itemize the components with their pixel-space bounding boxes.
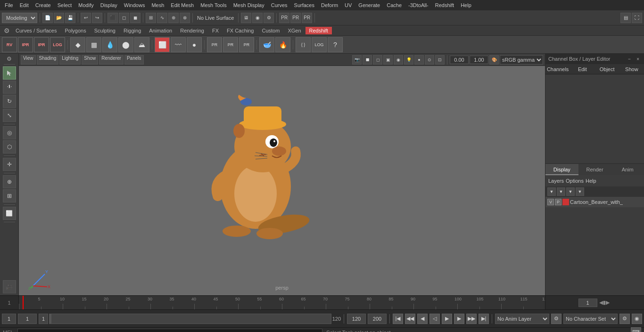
shelf-icon-wave[interactable]: 〰 — [171, 37, 186, 52]
shelf-tab-custom[interactable]: Custom — [258, 27, 284, 34]
menu-mesh-tools[interactable]: Mesh Tools — [198, 1, 229, 9]
menu-edit[interactable]: Edit — [17, 1, 32, 9]
ao-btn[interactable]: ⊙ — [425, 55, 434, 65]
shelf-icon-circle[interactable]: ● — [187, 37, 202, 52]
go-end-btn[interactable]: ▶| — [479, 314, 489, 324]
viewport[interactable]: View Shading Lighting Show Renderer Pane… — [19, 54, 545, 295]
lasso-select-btn[interactable]: ◻ — [119, 13, 129, 23]
snap-mode-btn[interactable]: ⊕ — [3, 175, 16, 188]
play-btn[interactable]: ▶ — [442, 314, 452, 324]
shelf-icon-diamond[interactable]: ◆ — [70, 37, 85, 52]
shelf-icon-ipr[interactable]: IPR — [18, 37, 33, 52]
rs-btn2[interactable]: PR — [290, 13, 301, 23]
render-view-btn[interactable]: 🖥 — [241, 13, 251, 23]
show-tab[interactable]: Show — [619, 64, 644, 74]
menu-select[interactable]: Select — [55, 1, 75, 9]
menu-mesh-display[interactable]: Mesh Display — [231, 1, 267, 9]
shelf-icon-pr2[interactable]: PR — [223, 37, 238, 52]
total-frames-input[interactable] — [368, 314, 387, 324]
select-mode-btn[interactable]: ⬛ — [107, 13, 118, 23]
value2-input[interactable] — [470, 56, 488, 64]
menu-file[interactable]: File — [2, 1, 16, 9]
menu-uv[interactable]: UV — [342, 1, 355, 9]
view-menu[interactable]: View — [21, 55, 36, 65]
menu-deform[interactable]: Deform — [318, 1, 341, 9]
viewport-canvas[interactable]: Y X Z persp — [19, 66, 545, 295]
menu-display[interactable]: Display — [98, 1, 120, 9]
smooth-btn[interactable]: ◉ — [394, 55, 403, 65]
anim-tab[interactable]: Anim — [611, 164, 644, 175]
texture-btn[interactable]: ▣ — [383, 55, 393, 65]
shelf-icon-ipr2[interactable]: IPR — [34, 37, 49, 52]
start-frame-input[interactable] — [2, 314, 16, 324]
shelf-icon-flame[interactable]: 🔥 — [275, 37, 290, 52]
menu-cache[interactable]: Cache — [384, 1, 405, 9]
shelf-icon-code[interactable]: { } — [296, 37, 311, 52]
lighting-btn[interactable]: 💡 — [404, 55, 413, 65]
next-key-btn[interactable]: ▶▶ — [466, 314, 477, 324]
region-select-btn[interactable]: ⬜ — [3, 207, 16, 220]
anim-layer-select[interactable]: No Anim Layer — [495, 314, 549, 324]
layer-add3-btn[interactable]: ▼ — [566, 187, 575, 196]
timeline-ruler[interactable]: 0510152025303540455055606570758085909510… — [19, 296, 545, 309]
rp-close-btn[interactable]: × — [635, 56, 641, 63]
snap-surface-btn[interactable]: ⊗ — [180, 13, 190, 23]
shelf-icon-log2[interactable]: LOG — [312, 37, 327, 52]
shelf-gear-btn[interactable]: ⚙ — [2, 23, 11, 38]
layer-visibility-check[interactable]: V — [547, 199, 554, 205]
rs-btn1[interactable]: PR — [279, 13, 289, 23]
settings-icon[interactable]: ⚙ — [7, 56, 12, 62]
end-frame-input[interactable] — [347, 314, 366, 324]
display-mode-btn[interactable]: 🔲 — [363, 55, 372, 65]
menu-edit-mesh[interactable]: Edit Mesh — [168, 1, 197, 9]
anim-layer-btn1[interactable]: ⚙ — [551, 314, 561, 324]
save-file-btn[interactable]: 💾 — [65, 13, 75, 23]
menu-mesh[interactable]: Mesh — [149, 1, 167, 9]
shelf-icon-mountain[interactable]: ⛰ — [134, 37, 149, 52]
open-file-btn[interactable]: 📂 — [54, 13, 64, 23]
current-frame-input[interactable] — [18, 314, 37, 324]
go-start-btn[interactable]: |◀ — [393, 314, 403, 324]
camera-btn[interactable]: 🎥 — [3, 280, 16, 293]
channels-tab[interactable]: Channels — [545, 64, 570, 74]
shelf-tab-animation[interactable]: Animation — [145, 27, 176, 34]
layer-add-btn[interactable]: ▼ — [547, 187, 556, 196]
menu-generate[interactable]: Generate — [355, 1, 383, 9]
range-start-input[interactable] — [39, 314, 48, 324]
menu-redshift[interactable]: Redshift — [432, 1, 457, 9]
shelf-tab-redshift[interactable]: Redshift — [305, 27, 332, 34]
timeline-frame-input[interactable] — [578, 299, 597, 307]
script-editor-btn[interactable]: ⌨ — [631, 327, 641, 332]
menu-3dtoall[interactable]: -3DtoAll- — [405, 1, 431, 9]
shadow-btn[interactable]: ● — [414, 55, 424, 65]
cam-btn[interactable]: 📷 — [352, 55, 362, 65]
aa-btn[interactable]: ⊡ — [435, 55, 445, 65]
shelf-icon-box[interactable]: ⬜ — [155, 37, 170, 52]
menu-surfaces[interactable]: Surfaces — [291, 1, 317, 9]
rp-minimize-btn[interactable]: − — [626, 56, 633, 63]
layer-playback-check[interactable]: P — [555, 199, 561, 205]
menu-create[interactable]: Create — [33, 1, 54, 9]
rs-btn3[interactable]: PR — [302, 13, 312, 23]
play-back-btn[interactable]: ◁ — [429, 314, 440, 324]
layout-btn[interactable]: ▤ — [620, 13, 631, 23]
select-tool-btn[interactable] — [3, 66, 16, 80]
menu-modify[interactable]: Modify — [75, 1, 96, 9]
color-space-select[interactable]: sRGB gamma — [500, 55, 543, 65]
panels-menu[interactable]: Panels — [124, 55, 144, 65]
menu-help[interactable]: Help — [458, 1, 474, 9]
char-set-btn2[interactable]: ◉ — [632, 314, 642, 324]
grid-btn[interactable]: ⊞ — [3, 189, 16, 202]
snap-point-btn[interactable]: ⊕ — [168, 13, 179, 23]
shelf-tab-xgen[interactable]: XGen — [284, 27, 305, 34]
value1-input[interactable] — [450, 56, 469, 64]
shelf-icon-grid[interactable]: ▦ — [86, 37, 101, 52]
layer-add2-btn[interactable]: ▼ — [557, 187, 565, 196]
shelf-icon-drop[interactable]: 💧 — [102, 37, 117, 52]
help-label[interactable]: Help — [586, 178, 596, 184]
edit-tab[interactable]: Edit — [570, 64, 594, 74]
undo-btn[interactable]: ↩ — [81, 13, 91, 23]
shelf-icon-bowl[interactable]: 🥣 — [259, 37, 274, 52]
shelf-tab-fx-caching[interactable]: FX Caching — [223, 27, 257, 34]
menu-windows[interactable]: Windows — [121, 1, 148, 9]
